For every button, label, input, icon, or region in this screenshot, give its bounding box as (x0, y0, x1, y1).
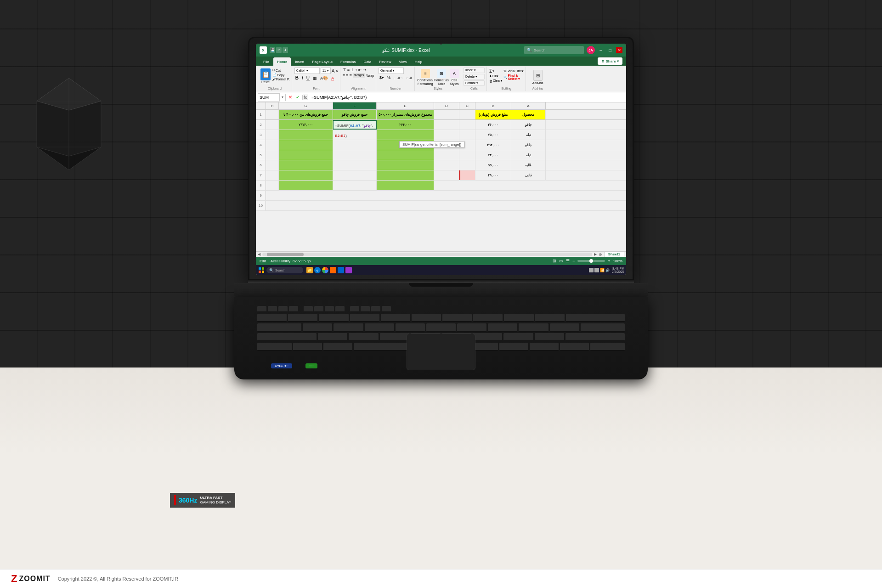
cell-A1[interactable]: محصول (511, 110, 546, 119)
cell-E1[interactable]: مجموع فروش‌های بیشتر از ۵۰۰,۰۰۰ تومان (377, 110, 434, 119)
conditional-format-btn[interactable]: ≡ Conditional Formatting (417, 69, 433, 85)
search-box[interactable]: 🔍 Search (524, 46, 584, 54)
cell-A5[interactable]: تیله (511, 150, 546, 160)
decimal-decrease[interactable]: ←.0 (405, 76, 413, 80)
close-button[interactable]: ✕ (616, 47, 622, 53)
cell-E6[interactable] (377, 160, 434, 170)
decimal-increase[interactable]: .0→ (396, 76, 404, 80)
copy-button[interactable]: 📄Copy (272, 73, 290, 77)
formula-content[interactable]: =SUMIF(A2:A7,"چاقو", B2:B7) (310, 93, 624, 102)
align-middle[interactable]: ≡ (347, 68, 350, 72)
find-select-btn[interactable]: 🔍Find &Select ▾ (503, 74, 524, 81)
cell-H6[interactable] (266, 160, 279, 170)
cell-C2[interactable] (459, 120, 475, 130)
formula-func-btn[interactable]: fx (302, 95, 308, 100)
tab-help[interactable]: Help (411, 57, 426, 66)
taskbar-icon-chrome[interactable] (322, 267, 328, 273)
zoom-slider[interactable] (577, 260, 605, 262)
font-size-selector[interactable]: 11 ▾ (321, 68, 331, 74)
font-decrease[interactable]: A (336, 69, 338, 73)
align-top[interactable]: ⊤ (343, 68, 346, 72)
indent-increase[interactable]: ⇥ (363, 68, 367, 72)
cell-D6[interactable] (434, 160, 459, 170)
cell-E7[interactable] (377, 170, 434, 180)
taskbar-icon-app1[interactable] (330, 267, 336, 273)
cell-C5[interactable] (459, 150, 475, 160)
format-btn[interactable]: Format ▾ (464, 80, 485, 86)
font-color-button[interactable]: A (330, 75, 335, 81)
tab-data[interactable]: Data (360, 57, 375, 66)
cell-H3[interactable] (266, 130, 279, 140)
tray-icon1[interactable] (589, 268, 594, 272)
cell-H5[interactable] (266, 150, 279, 160)
align-left[interactable]: ≡ (343, 73, 345, 78)
underline-button[interactable]: U (305, 75, 311, 81)
indent-decrease[interactable]: ⇤ (358, 68, 362, 72)
taskbar-icon-explorer[interactable]: 📁 (306, 267, 313, 273)
paste-button[interactable]: 📋 Paste (260, 68, 271, 85)
cell-H7[interactable] (266, 170, 279, 180)
cell-A7[interactable]: قانی (511, 170, 546, 180)
number-format[interactable]: General ▾ (379, 68, 404, 74)
cell-styles-btn[interactable]: A Cell Styles (450, 69, 459, 85)
cell-F4[interactable] (333, 140, 377, 150)
cell-F1[interactable]: جمع فروش چاقو (333, 110, 377, 119)
cell-C1[interactable] (459, 110, 475, 119)
name-box-dropdown[interactable]: ▾ (282, 95, 283, 99)
cell-G6[interactable] (279, 160, 333, 170)
cell-H4[interactable] (266, 140, 279, 150)
tray-icon2[interactable] (594, 268, 599, 272)
tab-review[interactable]: Review (375, 57, 395, 66)
format-as-table-btn[interactable]: ⊞ Format as Table (434, 69, 449, 85)
cell-D5[interactable] (434, 150, 459, 160)
cell-F7[interactable] (333, 170, 377, 180)
touchpad[interactable] (407, 334, 475, 370)
addins-btn[interactable]: ⊞ Add-ins (532, 70, 543, 85)
add-sheet-btn[interactable]: ⊕ (599, 252, 602, 257)
cell-F2-formula[interactable]: =SUMIF(A2:A7, "چاقو", B2:B7) (333, 120, 377, 130)
tab-formulas[interactable]: Formulas (337, 57, 359, 66)
cell-B1[interactable]: مبلغ فروش (تومان) (475, 110, 511, 119)
formula-validate[interactable]: ✕ (288, 95, 293, 100)
percent-btn[interactable]: % (386, 75, 391, 80)
align-center[interactable]: ≡ (346, 73, 348, 78)
cell-D3[interactable] (434, 130, 459, 140)
formula-confirm[interactable]: ✓ (295, 95, 300, 100)
cell-D7[interactable] (434, 170, 459, 180)
name-box[interactable]: SUM (258, 93, 280, 102)
cell-E5[interactable] (377, 150, 434, 160)
view-page-break[interactable]: ☰ (566, 259, 570, 263)
view-layout[interactable]: ▭ (559, 259, 563, 263)
wifi-icon[interactable]: 📶 (600, 268, 605, 272)
tab-page-layout[interactable]: Page Layout (308, 57, 336, 66)
fill-btn[interactable]: ⬇Fill▾ (489, 74, 503, 78)
cell-A4[interactable]: چاقو (511, 140, 546, 150)
text-direction[interactable]: ↕ (355, 68, 357, 72)
taskbar-icon-app3[interactable] (345, 267, 352, 273)
border-button[interactable]: ▦ (312, 75, 318, 81)
cell-G7[interactable] (279, 170, 333, 180)
maximize-button[interactable]: □ (607, 47, 613, 53)
italic-button[interactable]: I (301, 75, 304, 81)
cell-B6[interactable]: ۹۵,۰۰۰ (475, 160, 511, 170)
sort-filter-btn[interactable]: ⇅Sort&Filter▾ (503, 69, 524, 73)
tab-file[interactable]: File (260, 57, 273, 66)
format-painter[interactable]: 🖌Format P. (272, 78, 290, 81)
font-increase[interactable]: A (332, 68, 335, 74)
zoom-in[interactable]: + (608, 259, 610, 263)
share-button[interactable]: ⬆ Share ▾ (598, 57, 622, 65)
cell-A6[interactable]: قالبه (511, 160, 546, 170)
cell-A3[interactable]: تیله (511, 130, 546, 140)
taskbar-search[interactable]: 🔍 Search (266, 267, 303, 273)
cell-A2[interactable]: چاقو (511, 120, 546, 130)
cut-button[interactable]: ✂Cut (272, 68, 290, 72)
cell-G2[interactable]: ۲۴۷۴,۰۰۰ (279, 120, 333, 130)
cell-D2[interactable] (434, 120, 459, 130)
zoom-out[interactable]: − (572, 259, 575, 263)
cell-B7[interactable]: ۴۹,۰۰۰ (475, 170, 511, 180)
excel-window[interactable]: X 💾 ↩ ⬇ عکو SUMIF.xlsx - Excel 🔍 Search … (256, 44, 626, 275)
cell-C7[interactable] (459, 170, 475, 180)
cell-B5[interactable]: ۷۴,۰۰۰ (475, 150, 511, 160)
tab-view[interactable]: View (396, 57, 411, 66)
cell-C3[interactable] (459, 130, 475, 140)
